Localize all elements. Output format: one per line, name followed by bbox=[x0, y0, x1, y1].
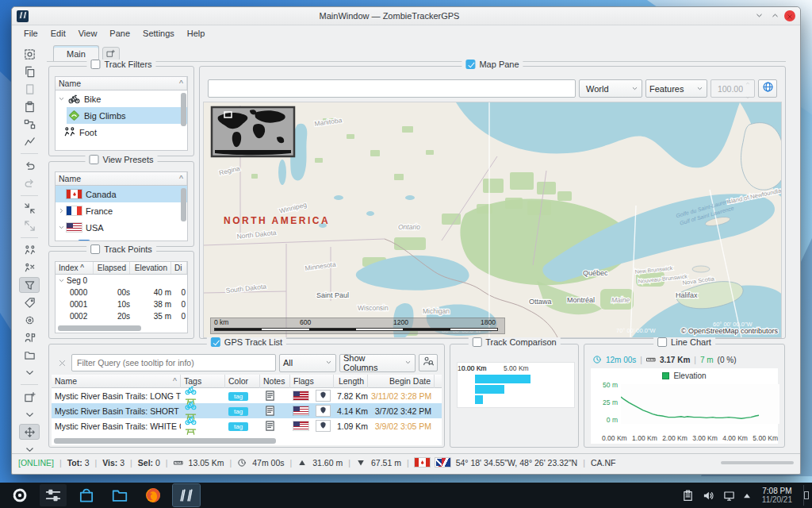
person-search-button[interactable] bbox=[419, 354, 438, 371]
redo-icon[interactable] bbox=[19, 175, 40, 191]
line-chart-checkbox[interactable] bbox=[657, 337, 667, 347]
zoom-value-field[interactable] bbox=[711, 84, 745, 94]
merge-tracks-icon[interactable] bbox=[19, 242, 40, 258]
gps-track-list-checkbox[interactable] bbox=[211, 337, 220, 347]
chevron-down-icon[interactable] bbox=[19, 364, 40, 380]
scrollbar[interactable] bbox=[58, 325, 153, 331]
split-nodes-icon[interactable] bbox=[19, 116, 40, 132]
col-header-begin-date[interactable]: Begin Date bbox=[368, 375, 435, 388]
close-button[interactable] bbox=[784, 10, 795, 21]
track-row-selected[interactable]: Mystic River Basin Trails: SHORT TRACK t… bbox=[52, 403, 442, 418]
col-header-flags[interactable]: Flags bbox=[290, 375, 334, 388]
select-settings-icon[interactable] bbox=[19, 46, 40, 62]
paste-icon[interactable] bbox=[19, 98, 40, 114]
scrollbar[interactable] bbox=[181, 93, 186, 148]
view-presets-checkbox[interactable] bbox=[90, 155, 99, 164]
app-launcher-icon[interactable] bbox=[6, 484, 33, 506]
tray-expand-icon[interactable] bbox=[741, 487, 753, 504]
menu-view[interactable]: View bbox=[73, 27, 103, 40]
page-icon[interactable] bbox=[19, 81, 40, 97]
firefox-icon[interactable] bbox=[140, 484, 167, 506]
zombietracker-task-icon[interactable] bbox=[173, 484, 200, 506]
show-desktop-button[interactable] bbox=[803, 485, 809, 506]
filters-name-header[interactable]: Name^ bbox=[56, 77, 187, 90]
system-settings-icon[interactable] bbox=[40, 484, 67, 506]
world-combo[interactable]: World bbox=[579, 79, 642, 98]
copy-icon[interactable] bbox=[19, 64, 40, 79]
track-row[interactable]: Mystic River Basin Trails: WHITE GRANITE… bbox=[52, 418, 442, 433]
expander-icon[interactable] bbox=[56, 95, 67, 102]
status-slider[interactable] bbox=[721, 461, 794, 464]
clear-filter-icon[interactable] bbox=[56, 356, 68, 369]
zoom-spinbox[interactable] bbox=[710, 79, 755, 98]
preset-item-partial[interactable] bbox=[78, 236, 187, 241]
menu-edit[interactable]: Edit bbox=[45, 27, 71, 40]
presets-name-header[interactable]: Name^ bbox=[56, 172, 187, 185]
map-search-input[interactable] bbox=[208, 79, 576, 98]
point-row[interactable]: 0001 10s 38 m 0 bbox=[56, 298, 187, 310]
delete-track-icon[interactable] bbox=[19, 260, 40, 275]
scrollbar[interactable] bbox=[181, 188, 186, 238]
folder-icon[interactable] bbox=[19, 347, 40, 363]
map-label-wisconsin: Wisconsin bbox=[358, 304, 389, 312]
preset-item-usa[interactable]: USA bbox=[56, 219, 187, 236]
new-window-icon[interactable] bbox=[19, 389, 40, 405]
col-header-notes[interactable]: Notes bbox=[260, 375, 290, 388]
volume-tray-icon[interactable] bbox=[700, 487, 718, 504]
track-row[interactable]: Mystic River Basin Trails: LONG TRACK ta… bbox=[52, 388, 442, 403]
menu-file[interactable]: File bbox=[18, 27, 44, 40]
filter-icon[interactable] bbox=[19, 277, 40, 293]
points-header-elapsed[interactable]: Elapsed bbox=[94, 262, 130, 274]
points-header-elevation[interactable]: Elevation bbox=[130, 262, 171, 274]
clock[interactable]: 7:08 PM 11/20/21 bbox=[756, 487, 799, 504]
points-header-d[interactable]: Di bbox=[171, 262, 187, 274]
clipboard-tray-icon[interactable] bbox=[680, 487, 697, 504]
shrink-selection-icon[interactable] bbox=[19, 200, 40, 216]
track-filter-input[interactable] bbox=[71, 354, 276, 371]
titlebar[interactable]: MainWindow — ZombieTrackerGPS bbox=[12, 7, 800, 25]
maximize-button[interactable] bbox=[768, 10, 782, 23]
file-manager-icon[interactable] bbox=[106, 484, 133, 506]
preset-item-canada[interactable]: Canada bbox=[56, 186, 187, 202]
filter-item-bike[interactable]: Bike bbox=[56, 90, 187, 107]
point-row[interactable]: 0002 20s 35 m 0 bbox=[56, 310, 187, 322]
features-combo[interactable]: Features bbox=[645, 79, 707, 98]
chevron-down-icon[interactable] bbox=[19, 406, 40, 422]
undo-icon[interactable] bbox=[19, 158, 40, 174]
gear-dashed-icon[interactable] bbox=[19, 312, 40, 328]
show-columns-combo[interactable]: Show Columns bbox=[339, 354, 416, 372]
minimize-button[interactable] bbox=[753, 10, 766, 23]
scrollbar[interactable] bbox=[54, 438, 435, 444]
go-to-globe-button[interactable] bbox=[758, 79, 777, 98]
menu-settings[interactable]: Settings bbox=[137, 27, 180, 40]
expander-icon[interactable] bbox=[56, 277, 67, 284]
spin-down-icon[interactable] bbox=[745, 89, 754, 103]
col-header-name[interactable]: Name^ bbox=[52, 375, 181, 388]
filter-item-foot[interactable]: Foot bbox=[62, 124, 187, 140]
spin-up-icon[interactable] bbox=[745, 75, 754, 89]
track-points-checkbox[interactable] bbox=[90, 244, 100, 254]
expand-selection-icon[interactable] bbox=[19, 217, 40, 233]
expander-icon[interactable] bbox=[56, 207, 67, 214]
person-flag-icon[interactable] bbox=[19, 329, 40, 345]
point-row[interactable]: 0000 00s 40 m 0 bbox=[56, 287, 187, 298]
discover-icon[interactable] bbox=[73, 484, 100, 506]
tag-icon[interactable] bbox=[19, 294, 40, 310]
expander-icon[interactable] bbox=[56, 224, 67, 231]
preset-item-france[interactable]: France bbox=[56, 202, 187, 219]
filter-item-big-climbs[interactable]: Big Climbs bbox=[67, 107, 187, 124]
col-header-color[interactable]: Color bbox=[225, 375, 260, 388]
points-header-index[interactable]: Index ^ bbox=[56, 262, 94, 274]
track-filters-checkbox[interactable] bbox=[90, 60, 100, 69]
pan-move-icon[interactable] bbox=[19, 424, 40, 440]
track-comparison-checkbox[interactable] bbox=[472, 337, 481, 347]
map-canvas[interactable]: Manitoba Regina Winnipeg Ontario North D… bbox=[203, 102, 782, 338]
menu-help[interactable]: Help bbox=[182, 27, 211, 40]
segment-row[interactable]: Seg 0 bbox=[56, 275, 187, 287]
graph-icon[interactable] bbox=[19, 133, 40, 149]
menu-pane[interactable]: Pane bbox=[104, 27, 136, 40]
map-pane-checkbox[interactable] bbox=[465, 60, 475, 69]
col-header-length[interactable]: Length bbox=[334, 375, 368, 388]
scope-combo[interactable]: All bbox=[279, 354, 336, 372]
network-tray-icon[interactable] bbox=[721, 487, 738, 504]
